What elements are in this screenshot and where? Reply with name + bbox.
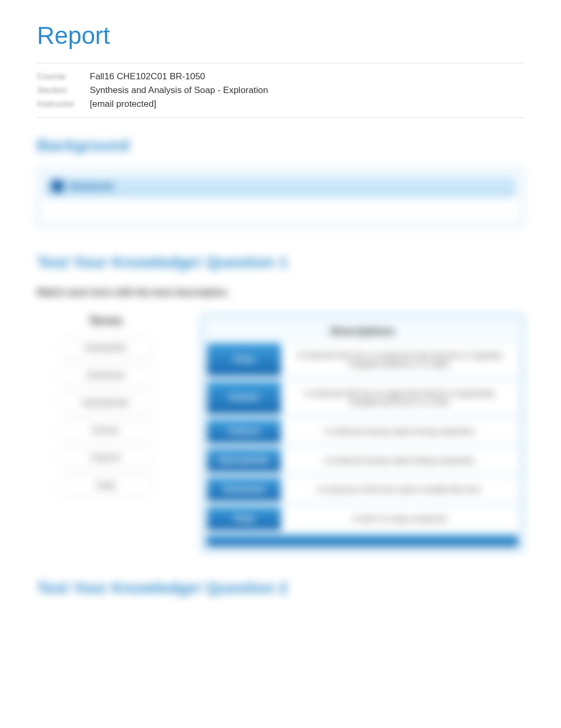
table-footer-bar bbox=[207, 535, 518, 547]
meta-value: Synthesis and Analysis of Soap - Explora… bbox=[90, 85, 268, 96]
question-2-heading: Test Your Knowledge! Question 2 bbox=[37, 579, 524, 597]
meta-label: Section bbox=[37, 85, 90, 96]
desc-row: Surfactant A molecule of thin thin solid… bbox=[207, 477, 518, 502]
desc-text: A molecule that has a component that abs… bbox=[281, 343, 518, 376]
descriptions-column: Descriptions Drop A molecule that has a … bbox=[201, 314, 524, 552]
notebook-box: Notebook bbox=[37, 168, 524, 227]
meta-box: Course Fall16 CHE102C01 BR-1050 Section … bbox=[37, 63, 524, 118]
descriptions-table: Descriptions Drop A molecule that has a … bbox=[201, 314, 524, 552]
desc-row: Cationic A molecule having 'water-loving… bbox=[207, 419, 518, 444]
descriptions-header: Descriptions bbox=[207, 320, 518, 343]
notebook-header[interactable]: Notebook bbox=[44, 175, 517, 197]
term-pill[interactable]: Hydrophobic bbox=[58, 392, 153, 413]
term-pill[interactable]: Surfactant bbox=[58, 365, 153, 386]
meta-value: Fall16 CHE102C01 BR-1050 bbox=[90, 71, 205, 82]
desc-text: A molecule of thin thin solid or bubble-… bbox=[281, 477, 518, 501]
question-1-instruction: Match each term with the best descriptio… bbox=[37, 287, 524, 298]
question-1-heading: Test Your Knowledge! Question 1 bbox=[37, 253, 524, 271]
desc-text: A molecule having 'water-hating' propert… bbox=[281, 448, 518, 472]
notebook-icon bbox=[52, 180, 63, 192]
term-pill[interactable]: Hydrophilic bbox=[58, 337, 153, 358]
term-pill[interactable]: Soap bbox=[58, 475, 153, 496]
desc-text: A salt of a soap compound bbox=[281, 506, 518, 530]
desc-row: Drop A molecule that has a component tha… bbox=[207, 343, 518, 376]
drop-slot[interactable]: Cationic bbox=[207, 419, 281, 443]
desc-row: Anionic A molecule that has an agent lik… bbox=[207, 381, 518, 414]
drop-slot[interactable]: Anionic bbox=[207, 381, 281, 414]
desc-row: Hydrophobic A molecule having 'water-hat… bbox=[207, 448, 518, 473]
terms-column: Terms Hydrophilic Surfactant Hydrophobic… bbox=[37, 314, 174, 552]
desc-row: Soap A salt of a soap compound bbox=[207, 506, 518, 531]
term-pill[interactable]: Cationic bbox=[58, 447, 153, 468]
meta-row-course: Course Fall16 CHE102C01 BR-1050 bbox=[37, 70, 524, 84]
meta-row-section: Section Synthesis and Analysis of Soap -… bbox=[37, 84, 524, 97]
drop-slot[interactable]: Soap bbox=[207, 506, 281, 530]
blurred-content: Background Notebook Test Your Knowledge!… bbox=[37, 136, 524, 597]
notebook-title: Notebook bbox=[70, 181, 114, 192]
meta-label: Course bbox=[37, 71, 90, 82]
background-heading: Background bbox=[37, 136, 524, 154]
terms-header: Terms bbox=[37, 314, 174, 328]
desc-text: A molecule having 'water-loving' propert… bbox=[281, 419, 518, 443]
notebook-body[interactable] bbox=[44, 204, 517, 219]
drop-slot[interactable]: Drop bbox=[207, 343, 281, 376]
meta-label: Instructor bbox=[37, 99, 90, 109]
drop-slot[interactable]: Hydrophobic bbox=[207, 448, 281, 472]
match-area: Terms Hydrophilic Surfactant Hydrophobic… bbox=[37, 314, 524, 552]
desc-text: A molecule that has an agent like featur… bbox=[281, 381, 518, 414]
meta-value: [email protected] bbox=[90, 99, 156, 109]
meta-row-instructor: Instructor [email protected] bbox=[37, 97, 524, 111]
drop-slot[interactable]: Surfactant bbox=[207, 477, 281, 501]
page-title: Report bbox=[37, 21, 524, 50]
term-pill[interactable]: Anionic bbox=[58, 420, 153, 441]
